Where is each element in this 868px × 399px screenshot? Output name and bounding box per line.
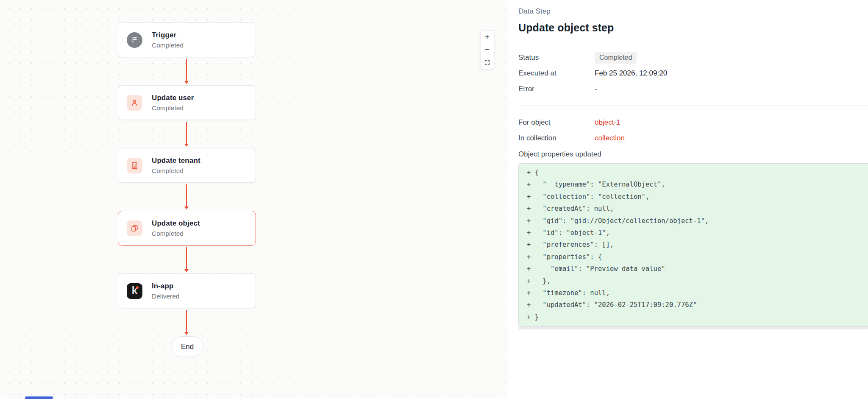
for-object-label: For object bbox=[518, 118, 595, 127]
diff-code: + { + "__typename": "ExternalObject", + … bbox=[527, 167, 868, 323]
node-update-tenant[interactable]: Update tenant Completed bbox=[118, 148, 256, 183]
node-update-object[interactable]: Update object Completed bbox=[118, 211, 256, 246]
step-detail-rows: Status Completed Executed at Feb 25 2026… bbox=[518, 52, 868, 95]
node-title: Update object bbox=[152, 219, 200, 228]
node-status: Delivered bbox=[152, 292, 179, 301]
building-icon bbox=[127, 158, 142, 173]
node-status: Completed bbox=[152, 167, 200, 175]
pages-icon bbox=[127, 220, 142, 236]
plus-icon: + bbox=[485, 32, 490, 42]
step-type-label: Data Step bbox=[518, 7, 868, 16]
user-icon bbox=[127, 95, 142, 111]
node-title: Update user bbox=[152, 93, 194, 103]
node-update-user[interactable]: Update user Completed bbox=[118, 85, 256, 120]
object-properties-diff-block: + { + "__typename": "ExternalObject", + … bbox=[518, 163, 868, 326]
end-label: End bbox=[181, 343, 194, 351]
node-status: Completed bbox=[152, 104, 194, 112]
collection-link[interactable]: collection bbox=[595, 134, 625, 142]
error-row: Error - bbox=[518, 83, 868, 95]
fullscreen-icon bbox=[484, 59, 490, 66]
node-title: Trigger bbox=[152, 31, 184, 40]
object-link[interactable]: object-1 bbox=[595, 118, 620, 126]
node-status: Completed bbox=[152, 229, 200, 238]
object-properties-section-label: Object properties updated bbox=[518, 150, 868, 159]
executed-at-label: Executed at bbox=[518, 69, 595, 78]
status-row: Status Completed bbox=[518, 52, 868, 64]
node-end[interactable]: End bbox=[172, 336, 203, 357]
canvas-zoom-controls: + − bbox=[480, 30, 494, 69]
executed-at-row: Executed at Feb 25 2026, 12:09:20 bbox=[518, 67, 868, 79]
node-title: Update tenant bbox=[152, 156, 200, 165]
in-collection-row: In collection collection bbox=[518, 132, 868, 144]
for-object-row: For object object-1 bbox=[518, 117, 868, 128]
edge-trigger-to-update-user bbox=[186, 59, 187, 81]
panel-divider bbox=[518, 106, 868, 106]
zoom-in-button[interactable]: + bbox=[481, 31, 494, 43]
object-info-rows: For object object-1 In collection collec… bbox=[518, 117, 868, 144]
minus-icon: − bbox=[485, 45, 490, 54]
diff-horizontal-scrollbar[interactable] bbox=[518, 326, 868, 329]
node-trigger[interactable]: Trigger Completed bbox=[118, 22, 256, 57]
node-in-app[interactable]: k In-app Delivered bbox=[118, 273, 256, 308]
edge-in-app-to-end bbox=[186, 310, 187, 332]
canvas-horizontal-scrollbar-thumb[interactable] bbox=[25, 396, 53, 399]
zoom-out-button[interactable]: − bbox=[481, 43, 494, 56]
node-title: In-app bbox=[152, 282, 179, 291]
page-title: Update object step bbox=[518, 21, 868, 34]
knock-logo-icon: k bbox=[127, 283, 142, 299]
status-label: Status bbox=[518, 53, 595, 62]
flag-icon bbox=[127, 32, 142, 48]
executed-at-value: Feb 25 2026, 12:09:20 bbox=[595, 69, 868, 78]
status-badge: Completed bbox=[595, 52, 637, 64]
step-detail-panel: Data Step Update object step Status Comp… bbox=[507, 0, 868, 399]
error-label: Error bbox=[518, 85, 595, 93]
node-status: Completed bbox=[152, 41, 184, 50]
edge-update-user-to-update-tenant bbox=[186, 122, 187, 144]
workflow-canvas[interactable]: Trigger Completed Update user Completed bbox=[0, 0, 507, 399]
edge-update-object-to-in-app bbox=[186, 247, 187, 269]
error-value: - bbox=[595, 85, 868, 93]
edge-update-tenant-to-update-object bbox=[186, 184, 187, 206]
fit-view-button[interactable] bbox=[481, 56, 494, 69]
in-collection-label: In collection bbox=[518, 134, 595, 142]
